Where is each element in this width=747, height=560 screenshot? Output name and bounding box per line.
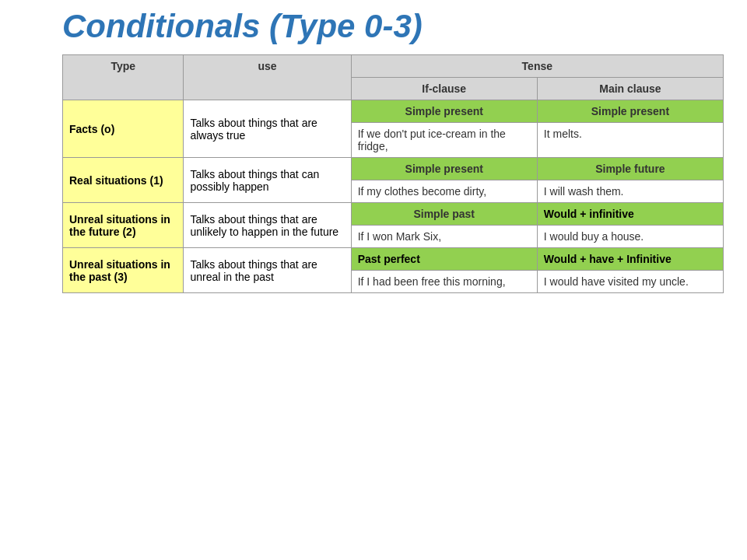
table-row: Facts (o) Talks about things that are al… xyxy=(63,100,724,123)
type-cell-3: Unreal situations in the past (3) xyxy=(63,248,184,293)
use-cell-1: Talks about things that can possibly hap… xyxy=(184,158,351,203)
example-if-3: If I had been free this morning, xyxy=(351,271,537,293)
page-title: Conditionals (Type 0-3) xyxy=(16,8,731,45)
type-cell-1: Real situations (1) xyxy=(63,158,184,203)
example-if-1: If my clothes become dirty, xyxy=(351,180,537,203)
tense-if-header-2: Simple past xyxy=(351,203,537,226)
tense-main-header-1: Simple future xyxy=(537,158,723,180)
example-main-0: It melts. xyxy=(537,123,723,158)
col-header-tense: Tense xyxy=(351,55,723,78)
example-main-1: I will wash them. xyxy=(537,180,723,203)
type-cell-2: Unreal situations in the future (2) xyxy=(63,203,184,248)
tense-if-header-0: Simple present xyxy=(351,100,537,123)
example-if-0: If we don't put ice-cream in the fridge, xyxy=(351,123,537,158)
tense-if-header-3: Past perfect xyxy=(351,248,537,271)
header-row-1: Type use Tense xyxy=(63,55,724,78)
example-if-2: If I won Mark Six, xyxy=(351,226,537,248)
col-header-ifclause: If-clause xyxy=(351,78,537,100)
example-main-2: I would buy a house. xyxy=(537,226,723,248)
col-header-use: use xyxy=(184,55,351,100)
tense-main-header-2: Would + infinitive xyxy=(537,203,723,226)
table-row: Unreal situations in the future (2) Talk… xyxy=(63,203,724,226)
use-cell-3: Talks about things that are unreal in th… xyxy=(184,248,351,293)
col-header-type: Type xyxy=(63,55,184,100)
tense-if-header-1: Simple present xyxy=(351,158,537,180)
col-header-mainclause: Main clause xyxy=(537,78,723,100)
table-row: Real situations (1) Talks about things t… xyxy=(63,158,724,180)
table-row: Unreal situations in the past (3) Talks … xyxy=(63,248,724,271)
tense-main-header-3: Would + have + Infinitive xyxy=(537,248,723,271)
type-cell-0: Facts (o) xyxy=(63,100,184,158)
table-wrapper: Type use Tense If-clause Main clause Fac… xyxy=(62,54,724,293)
tense-main-header-0: Simple present xyxy=(537,100,723,123)
example-main-3: I would have visited my uncle. xyxy=(537,271,723,293)
use-cell-2: Talks about things that are unlikely to … xyxy=(184,203,351,248)
use-cell-0: Talks about things that are always true xyxy=(184,100,351,158)
conditionals-table: Type use Tense If-clause Main clause Fac… xyxy=(62,54,724,293)
